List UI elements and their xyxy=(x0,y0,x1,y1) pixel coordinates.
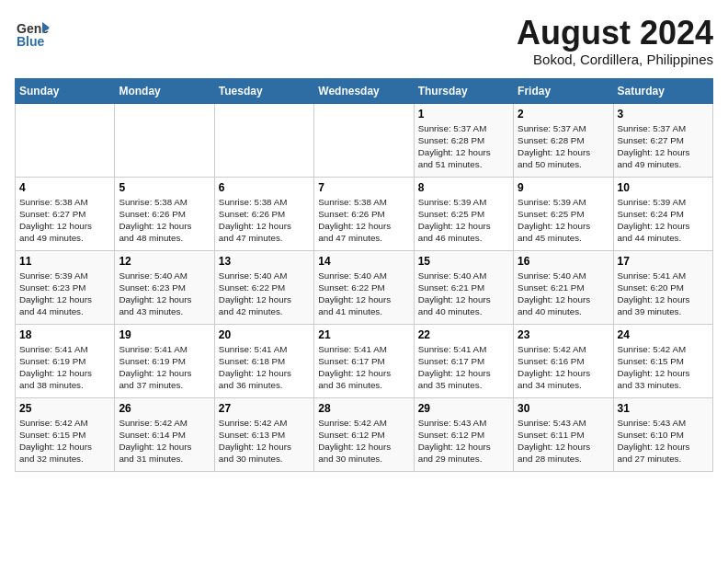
day-cell: 2Sunrise: 5:37 AM Sunset: 6:28 PM Daylig… xyxy=(514,103,613,177)
calendar-subtitle: Bokod, Cordillera, Philippines xyxy=(517,52,713,67)
day-number: 31 xyxy=(618,402,709,415)
day-info: Sunrise: 5:39 AM Sunset: 6:25 PM Dayligh… xyxy=(418,196,509,245)
day-info: Sunrise: 5:41 AM Sunset: 6:19 PM Dayligh… xyxy=(119,343,210,392)
day-number: 20 xyxy=(219,328,310,341)
day-number: 23 xyxy=(518,328,609,341)
day-number: 7 xyxy=(318,181,409,194)
day-cell: 8Sunrise: 5:39 AM Sunset: 6:25 PM Daylig… xyxy=(414,177,513,250)
day-number: 2 xyxy=(518,108,609,121)
day-info: Sunrise: 5:38 AM Sunset: 6:26 PM Dayligh… xyxy=(318,196,409,245)
day-info: Sunrise: 5:41 AM Sunset: 6:19 PM Dayligh… xyxy=(19,343,110,392)
day-info: Sunrise: 5:39 AM Sunset: 6:24 PM Dayligh… xyxy=(618,196,709,245)
day-info: Sunrise: 5:42 AM Sunset: 6:15 PM Dayligh… xyxy=(618,343,709,392)
day-info: Sunrise: 5:40 AM Sunset: 6:21 PM Dayligh… xyxy=(518,270,609,318)
day-info: Sunrise: 5:40 AM Sunset: 6:21 PM Dayligh… xyxy=(418,270,509,318)
day-number: 25 xyxy=(19,402,110,415)
day-number: 22 xyxy=(418,328,509,341)
day-header-friday: Friday xyxy=(514,78,613,103)
day-cell: 6Sunrise: 5:38 AM Sunset: 6:26 PM Daylig… xyxy=(214,177,313,250)
day-cell xyxy=(214,103,313,177)
day-number: 29 xyxy=(418,402,509,415)
day-header-sunday: Sunday xyxy=(16,78,115,103)
logo-icon: General Blue xyxy=(15,15,50,50)
day-header-monday: Monday xyxy=(115,78,214,103)
day-cell: 12Sunrise: 5:40 AM Sunset: 6:23 PM Dayli… xyxy=(115,250,214,324)
day-number: 11 xyxy=(19,255,110,268)
day-cell: 19Sunrise: 5:41 AM Sunset: 6:19 PM Dayli… xyxy=(115,324,214,397)
day-cell: 30Sunrise: 5:43 AM Sunset: 6:11 PM Dayli… xyxy=(514,397,613,471)
day-number: 9 xyxy=(518,181,609,194)
day-cell: 15Sunrise: 5:40 AM Sunset: 6:21 PM Dayli… xyxy=(414,250,513,324)
day-info: Sunrise: 5:39 AM Sunset: 6:23 PM Dayligh… xyxy=(19,270,110,318)
day-cell: 5Sunrise: 5:38 AM Sunset: 6:26 PM Daylig… xyxy=(115,177,214,250)
day-cell: 10Sunrise: 5:39 AM Sunset: 6:24 PM Dayli… xyxy=(613,177,712,250)
calendar-title: August 2024 xyxy=(517,15,713,52)
day-info: Sunrise: 5:38 AM Sunset: 6:27 PM Dayligh… xyxy=(19,196,110,245)
day-cell: 20Sunrise: 5:41 AM Sunset: 6:18 PM Dayli… xyxy=(214,324,313,397)
day-cell: 23Sunrise: 5:42 AM Sunset: 6:16 PM Dayli… xyxy=(514,324,613,397)
day-header-thursday: Thursday xyxy=(414,78,513,103)
day-cell xyxy=(115,103,214,177)
day-number: 8 xyxy=(418,181,509,194)
day-cell xyxy=(16,103,115,177)
day-number: 10 xyxy=(618,181,709,194)
day-number: 19 xyxy=(119,328,210,341)
day-cell: 13Sunrise: 5:40 AM Sunset: 6:22 PM Dayli… xyxy=(214,250,313,324)
day-info: Sunrise: 5:40 AM Sunset: 6:22 PM Dayligh… xyxy=(219,270,310,318)
title-block: August 2024 Bokod, Cordillera, Philippin… xyxy=(517,15,713,67)
day-number: 4 xyxy=(19,181,110,194)
day-cell: 17Sunrise: 5:41 AM Sunset: 6:20 PM Dayli… xyxy=(613,250,712,324)
week-row-4: 18Sunrise: 5:41 AM Sunset: 6:19 PM Dayli… xyxy=(16,324,713,397)
day-header-tuesday: Tuesday xyxy=(214,78,313,103)
day-cell: 22Sunrise: 5:41 AM Sunset: 6:17 PM Dayli… xyxy=(414,324,513,397)
day-cell: 1Sunrise: 5:37 AM Sunset: 6:28 PM Daylig… xyxy=(414,103,513,177)
day-cell: 11Sunrise: 5:39 AM Sunset: 6:23 PM Dayli… xyxy=(16,250,115,324)
day-number: 24 xyxy=(618,328,709,341)
day-cell: 25Sunrise: 5:42 AM Sunset: 6:15 PM Dayli… xyxy=(16,397,115,471)
day-cell: 4Sunrise: 5:38 AM Sunset: 6:27 PM Daylig… xyxy=(16,177,115,250)
day-info: Sunrise: 5:41 AM Sunset: 6:17 PM Dayligh… xyxy=(418,343,509,392)
day-number: 5 xyxy=(119,181,210,194)
day-number: 26 xyxy=(119,402,210,415)
day-info: Sunrise: 5:42 AM Sunset: 6:14 PM Dayligh… xyxy=(119,417,210,465)
day-cell: 3Sunrise: 5:37 AM Sunset: 6:27 PM Daylig… xyxy=(613,103,712,177)
day-cell: 21Sunrise: 5:41 AM Sunset: 6:17 PM Dayli… xyxy=(314,324,414,397)
day-number: 12 xyxy=(119,255,210,268)
day-header-saturday: Saturday xyxy=(613,78,712,103)
day-info: Sunrise: 5:43 AM Sunset: 6:10 PM Dayligh… xyxy=(618,417,709,465)
day-number: 27 xyxy=(219,402,310,415)
days-header-row: SundayMondayTuesdayWednesdayThursdayFrid… xyxy=(16,78,713,103)
week-row-3: 11Sunrise: 5:39 AM Sunset: 6:23 PM Dayli… xyxy=(16,250,713,324)
svg-text:Blue: Blue xyxy=(17,34,45,49)
logo: General Blue xyxy=(15,15,50,50)
day-info: Sunrise: 5:42 AM Sunset: 6:15 PM Dayligh… xyxy=(19,417,110,465)
day-info: Sunrise: 5:41 AM Sunset: 6:18 PM Dayligh… xyxy=(219,343,310,392)
day-cell: 18Sunrise: 5:41 AM Sunset: 6:19 PM Dayli… xyxy=(16,324,115,397)
day-cell: 31Sunrise: 5:43 AM Sunset: 6:10 PM Dayli… xyxy=(613,397,712,471)
day-cell: 26Sunrise: 5:42 AM Sunset: 6:14 PM Dayli… xyxy=(115,397,214,471)
day-number: 17 xyxy=(618,255,709,268)
day-header-wednesday: Wednesday xyxy=(314,78,414,103)
day-number: 1 xyxy=(418,108,509,121)
day-info: Sunrise: 5:43 AM Sunset: 6:11 PM Dayligh… xyxy=(518,417,609,465)
day-info: Sunrise: 5:39 AM Sunset: 6:25 PM Dayligh… xyxy=(518,196,609,245)
day-number: 15 xyxy=(418,255,509,268)
day-info: Sunrise: 5:38 AM Sunset: 6:26 PM Dayligh… xyxy=(219,196,310,245)
day-cell: 27Sunrise: 5:42 AM Sunset: 6:13 PM Dayli… xyxy=(214,397,313,471)
day-info: Sunrise: 5:37 AM Sunset: 6:28 PM Dayligh… xyxy=(518,122,609,171)
day-info: Sunrise: 5:40 AM Sunset: 6:23 PM Dayligh… xyxy=(119,270,210,318)
day-number: 14 xyxy=(318,255,409,268)
day-info: Sunrise: 5:43 AM Sunset: 6:12 PM Dayligh… xyxy=(418,417,509,465)
day-info: Sunrise: 5:42 AM Sunset: 6:16 PM Dayligh… xyxy=(518,343,609,392)
day-number: 13 xyxy=(219,255,310,268)
day-info: Sunrise: 5:41 AM Sunset: 6:20 PM Dayligh… xyxy=(618,270,709,318)
week-row-5: 25Sunrise: 5:42 AM Sunset: 6:15 PM Dayli… xyxy=(16,397,713,471)
day-cell: 9Sunrise: 5:39 AM Sunset: 6:25 PM Daylig… xyxy=(514,177,613,250)
calendar-table: SundayMondayTuesdayWednesdayThursdayFrid… xyxy=(15,78,713,472)
day-number: 30 xyxy=(518,402,609,415)
page-header: General Blue August 2024 Bokod, Cordille… xyxy=(15,15,713,67)
day-cell: 29Sunrise: 5:43 AM Sunset: 6:12 PM Dayli… xyxy=(414,397,513,471)
day-cell: 28Sunrise: 5:42 AM Sunset: 6:12 PM Dayli… xyxy=(314,397,414,471)
day-info: Sunrise: 5:41 AM Sunset: 6:17 PM Dayligh… xyxy=(318,343,409,392)
day-info: Sunrise: 5:38 AM Sunset: 6:26 PM Dayligh… xyxy=(119,196,210,245)
